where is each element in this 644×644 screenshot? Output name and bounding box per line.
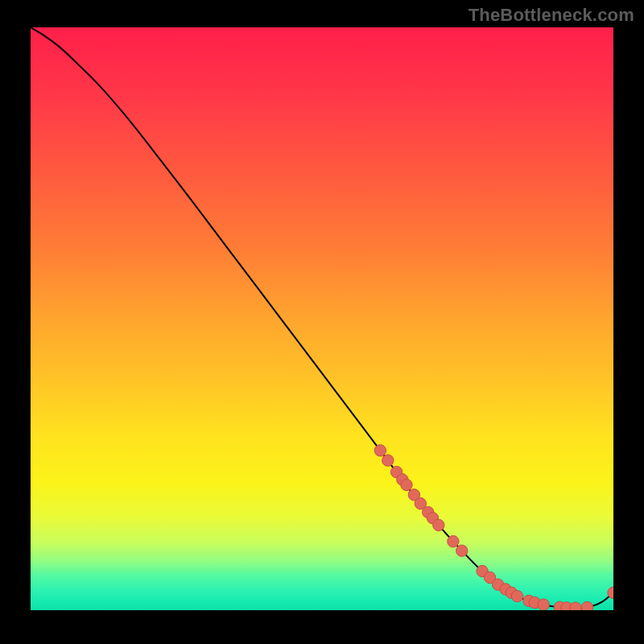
data-marker [382, 455, 394, 466]
chart-frame: TheBottleneck.com [0, 0, 644, 644]
chart-svg [31, 27, 613, 610]
data-marker [511, 590, 522, 601]
data-marker [570, 602, 581, 610]
data-marker [401, 479, 412, 490]
watermark-label: TheBottleneck.com [469, 5, 634, 26]
data-marker [374, 444, 386, 456]
data-marker [581, 601, 592, 610]
data-marker [456, 545, 468, 556]
gradient-background [31, 27, 613, 610]
data-marker [538, 599, 549, 610]
plot-area [31, 27, 613, 610]
data-marker [433, 519, 444, 530]
data-marker [448, 535, 459, 547]
